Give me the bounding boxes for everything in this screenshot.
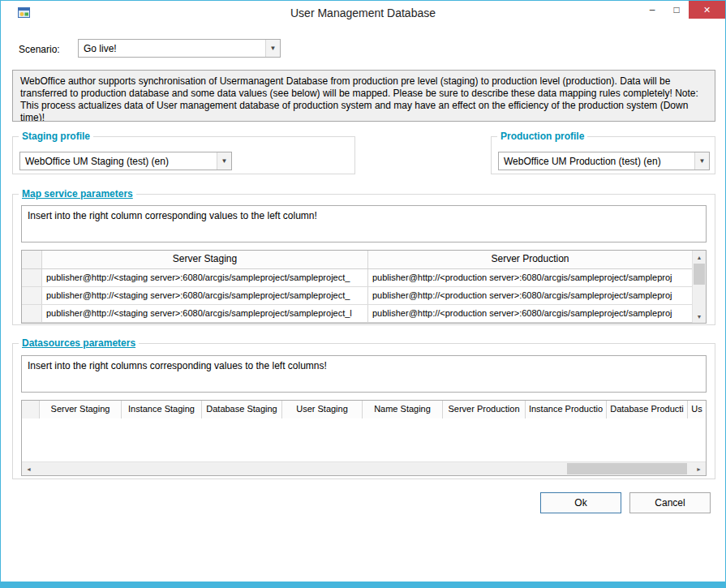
scroll-left-icon: ◄	[26, 466, 32, 472]
staging-profile-select[interactable]: WebOffice UM Staging (test) (en) ▼	[19, 152, 232, 170]
column-header[interactable]: Server Production	[443, 401, 526, 418]
window-border-bottom	[1, 582, 725, 587]
map-instruction-textbox[interactable]: Insert into the right column correspondi…	[21, 205, 707, 242]
production-profile-group: Production profile WebOffice UM Producti…	[491, 136, 715, 174]
row-header-stub	[22, 251, 42, 268]
staging-profile-group: Staging profile WebOffice UM Staging (te…	[12, 136, 355, 174]
datasources-table: Server Staging Instance Staging Database…	[21, 400, 707, 476]
column-header-server-staging[interactable]: Server Staging	[42, 251, 368, 268]
staging-cell[interactable]: publisher@http://<staging server>:6080/a…	[42, 305, 368, 322]
column-header[interactable]: Us	[688, 401, 706, 418]
map-table-header-row: Server Staging Server Production	[22, 251, 692, 269]
close-icon: ✕	[703, 6, 711, 15]
minimize-icon: –	[650, 5, 655, 15]
column-header[interactable]: User Staging	[282, 401, 363, 418]
table-row[interactable]: publisher@http://<staging server>:6080/a…	[22, 305, 692, 323]
scrollbar-thumb[interactable]	[567, 463, 687, 474]
staging-profile-value: WebOffice UM Staging (test) (en)	[20, 156, 217, 167]
scenario-value: Go live!	[79, 43, 265, 54]
chevron-down-icon: ▼	[694, 152, 709, 170]
maximize-button[interactable]: □	[664, 1, 689, 19]
table-row[interactable]: publisher@http://<staging server>:6080/a…	[22, 269, 692, 287]
scenario-label: Scenario:	[19, 44, 60, 55]
chevron-down-icon: ▼	[217, 152, 231, 170]
production-cell[interactable]: publisher@http://<production server>:608…	[368, 287, 692, 304]
scroll-up-button[interactable]: ▲	[693, 251, 706, 264]
table-row[interactable]: publisher@http://<staging server>:6080/a…	[22, 287, 692, 305]
production-profile-title: Production profile	[497, 131, 587, 142]
ok-button[interactable]: Ok	[540, 492, 621, 513]
horizontal-scrollbar[interactable]: ◄ ►	[22, 461, 706, 475]
map-table-grid: Server Staging Server Production publish…	[22, 251, 692, 323]
map-service-parameters-group: Map service parameters Insert into the r…	[12, 194, 715, 325]
production-cell[interactable]: publisher@http://<production server>:608…	[368, 269, 692, 286]
datasources-table-body[interactable]	[22, 418, 706, 461]
column-header[interactable]: Instance Productio	[526, 401, 607, 418]
maximize-icon: □	[673, 5, 679, 15]
scroll-down-icon: ▼	[697, 314, 702, 320]
column-header[interactable]: Server Staging	[40, 401, 122, 418]
column-header[interactable]: Instance Staging	[122, 401, 202, 418]
title-bar[interactable]: User Management Database – □ ✕	[1, 1, 725, 25]
vertical-scrollbar[interactable]: ▲ ▼	[692, 251, 706, 323]
staging-profile-title: Staging profile	[19, 131, 93, 142]
staging-cell[interactable]: publisher@http://<staging server>:6080/a…	[42, 287, 368, 304]
cancel-button[interactable]: Cancel	[629, 492, 711, 513]
scroll-right-button[interactable]: ►	[692, 462, 706, 475]
scroll-down-button[interactable]: ▼	[693, 310, 706, 323]
row-header-cell[interactable]	[22, 287, 42, 304]
close-button[interactable]: ✕	[689, 1, 725, 19]
production-cell[interactable]: publisher@http://<production server>:608…	[368, 305, 692, 322]
scrollbar-track[interactable]	[693, 264, 706, 310]
row-header-cell[interactable]	[22, 305, 42, 322]
scrollbar-thumb[interactable]	[694, 264, 705, 285]
description-panel: WebOffice author supports synchronisatio…	[12, 70, 715, 122]
scroll-right-icon: ►	[696, 466, 702, 472]
scroll-left-button[interactable]: ◄	[22, 462, 36, 475]
column-header[interactable]: Database Producti	[607, 401, 688, 418]
production-profile-select[interactable]: WebOffice UM Production (test) (en) ▼	[498, 152, 710, 170]
scenario-select[interactable]: Go live! ▼	[78, 39, 281, 58]
datasources-header-row: Server Staging Instance Staging Database…	[22, 401, 706, 419]
dialog-window: User Management Database – □ ✕ Scenario:…	[0, 0, 726, 588]
production-profile-value: WebOffice UM Production (test) (en)	[499, 156, 694, 167]
map-service-parameters-title: Map service parameters	[19, 188, 136, 200]
scrollbar-track[interactable]	[36, 462, 692, 475]
column-header-server-production[interactable]: Server Production	[368, 251, 692, 268]
minimize-button[interactable]: –	[640, 1, 664, 19]
datasources-parameters-group: Datasources parameters Insert into the r…	[12, 343, 715, 479]
column-header[interactable]: Database Staging	[202, 401, 282, 418]
window-title: User Management Database	[1, 1, 725, 25]
scroll-up-icon: ▲	[697, 255, 702, 260]
datasources-instruction-textbox[interactable]: Insert into the right columns correspond…	[21, 355, 707, 393]
row-header-stub	[22, 401, 40, 418]
row-header-cell[interactable]	[22, 269, 42, 286]
staging-cell[interactable]: publisher@http://<staging server>:6080/a…	[42, 269, 368, 286]
window-controls: – □ ✕	[640, 1, 725, 19]
column-header[interactable]: Name Staging	[363, 401, 443, 418]
datasources-parameters-title: Datasources parameters	[19, 337, 139, 349]
chevron-down-icon: ▼	[265, 40, 280, 57]
map-service-table: Server Staging Server Production publish…	[21, 250, 707, 324]
